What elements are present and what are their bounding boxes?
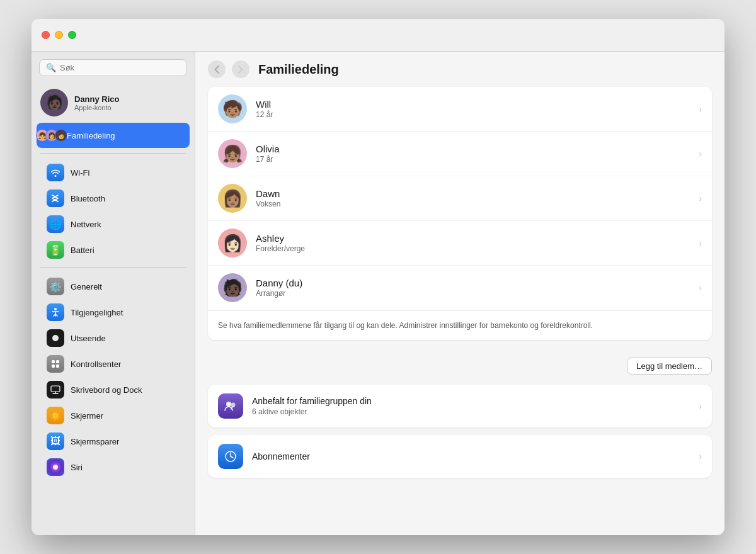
member-info-dawn: Dawn Voksen (256, 188, 690, 208)
info-text: Se hva familiemedlemmene får tilgang til… (208, 310, 712, 340)
accessibility-label: Tilgjengelighet (71, 308, 123, 317)
suggestion-row-subscriptions[interactable]: Abonnementer › (208, 435, 712, 478)
suggestion-icon-subscriptions (218, 444, 243, 469)
titlebar (32, 19, 724, 52)
sidebar-selected-label: Familiedeling (67, 131, 115, 140)
sidebar-item-accessibility[interactable]: Tilgjengelighet (37, 300, 190, 325)
page-title: Familiedeling (258, 62, 339, 77)
avatar-ashley: 👩🏻 (218, 229, 247, 257)
member-name-danny: Danny (du) (256, 278, 690, 288)
chevron-dawn: › (699, 193, 702, 203)
chevron-recommended: › (699, 401, 702, 411)
member-info-will: Will 12 år (256, 99, 690, 119)
search-input[interactable] (60, 63, 180, 72)
member-row-danny[interactable]: 🧑🏿 Danny (du) Arrangør › (208, 266, 712, 310)
siri-icon (47, 458, 64, 476)
sidebar-item-appearance[interactable]: Utseende (37, 325, 190, 351)
add-member-row: Legg til medlem… (208, 350, 712, 385)
app-window: 🔍 🧑🏿 Danny Rico Apple-konto 👧 👩 (32, 19, 724, 535)
avatar-will: 🧒🏽 (218, 94, 247, 123)
member-role-dawn: Voksen (256, 200, 690, 208)
sidebar: 🔍 🧑🏿 Danny Rico Apple-konto 👧 👩 (32, 52, 195, 535)
main-header: Familiedeling (195, 52, 724, 87)
svg-rect-3 (56, 360, 59, 363)
suggestion-row-recommended[interactable]: Anbefalt for familiegruppen din 6 aktive… (208, 385, 712, 427)
accessibility-icon (47, 303, 64, 321)
members-card: 🧒🏽 Will 12 år › 👧🏽 Olivia 17 år (208, 87, 712, 340)
sidebar-item-network[interactable]: 🌐 Nettverk (37, 212, 190, 237)
main-body: 🧒🏽 Will 12 år › 👧🏽 Olivia 17 år (195, 87, 724, 535)
suggestion-card-recommended: Anbefalt for familiegruppen din 6 aktive… (208, 385, 712, 427)
family-avatars: 👧 👩 🧑 (36, 129, 67, 142)
sidebar-section-system: ⚙️ Generelt Tilgjengelighet (32, 274, 195, 480)
chevron-subscriptions: › (699, 451, 702, 461)
sidebar-item-displays[interactable]: ☀️ Skjermer (37, 403, 190, 428)
search-box[interactable]: 🔍 (39, 59, 187, 76)
sidebar-item-wifi[interactable]: Wi-Fi (37, 160, 190, 185)
wifi-icon (47, 164, 64, 181)
chevron-will: › (699, 104, 702, 114)
member-name-ashley: Ashley (256, 233, 690, 244)
svg-rect-4 (52, 365, 55, 368)
controlcenter-label: Kontrollsenter (71, 359, 121, 369)
member-row-olivia[interactable]: 👧🏽 Olivia 17 år › (208, 132, 712, 176)
search-icon: 🔍 (46, 63, 56, 72)
battery-label: Batteri (71, 246, 94, 255)
svg-point-11 (226, 402, 231, 407)
divider-2 (40, 267, 186, 268)
network-icon: 🌐 (47, 215, 64, 233)
member-role-olivia: 17 år (256, 155, 690, 164)
member-row-dawn[interactable]: 👩🏽 Dawn Voksen › (208, 176, 712, 221)
sidebar-item-desktop[interactable]: Skrivebord og Dock (37, 377, 190, 402)
appearance-label: Utseende (71, 334, 106, 343)
member-row-ashley[interactable]: 👩🏻 Ashley Forelder/verge › (208, 221, 712, 266)
sidebar-item-screensaver[interactable]: 🖼 Skjermsparer (37, 429, 190, 454)
appearance-icon (47, 329, 64, 347)
avatar-olivia: 👧🏽 (218, 139, 247, 168)
sidebar-item-bluetooth[interactable]: Bluetooth (37, 186, 190, 211)
member-role-danny: Arrangør (256, 289, 690, 298)
suggestion-sub-recommended: 6 aktive objekter (252, 407, 690, 416)
svg-point-0 (54, 308, 57, 310)
member-info-ashley: Ashley Forelder/verge (256, 233, 690, 253)
bluetooth-icon (47, 189, 64, 207)
maximize-button[interactable] (68, 31, 76, 39)
member-row-will[interactable]: 🧒🏽 Will 12 år › (208, 87, 712, 132)
sidebar-item-general[interactable]: ⚙️ Generelt (37, 274, 190, 299)
sidebar-item-battery[interactable]: 🔋 Batteri (37, 237, 190, 263)
sidebar-item-controlcenter[interactable]: Kontrollsenter (37, 351, 190, 376)
suggestion-card-subscriptions: Abonnementer › (208, 435, 712, 478)
avatar: 🧑🏿 (40, 89, 68, 116)
suggestion-icon-recommended (218, 393, 243, 419)
svg-point-1 (52, 335, 59, 341)
sidebar-item-familiedeling[interactable]: 👧 👩 🧑 Familiedeling (37, 123, 190, 148)
general-label: Generelt (71, 282, 102, 291)
sidebar-section-network: Wi-Fi Bluetooth 🌐 Nettverk 🔋 Ba (32, 160, 195, 263)
member-role-will: 12 år (256, 110, 690, 119)
member-info-danny: Danny (du) Arrangør (256, 278, 690, 298)
user-subtitle: Apple-konto (74, 104, 120, 111)
user-profile[interactable]: 🧑🏿 Danny Rico Apple-konto (32, 85, 195, 123)
close-button[interactable] (42, 31, 50, 39)
divider-1 (40, 153, 186, 154)
suggestion-title-recommended: Anbefalt for familiegruppen din (252, 396, 690, 406)
user-info: Danny Rico Apple-konto (74, 94, 120, 111)
screensaver-label: Skjermsparer (71, 437, 119, 446)
chevron-danny: › (699, 283, 702, 293)
screensaver-icon: 🖼 (47, 432, 64, 450)
svg-point-10 (54, 466, 57, 468)
add-member-button[interactable]: Legg til medlem… (627, 358, 712, 375)
general-icon: ⚙️ (47, 278, 64, 295)
member-name-will: Will (256, 99, 690, 110)
main-content: Familiedeling 🧒🏽 Will 12 år › (195, 52, 724, 535)
sidebar-item-siri[interactable]: Siri (37, 455, 190, 480)
member-info-olivia: Olivia 17 år (256, 144, 690, 164)
minimize-button[interactable] (55, 31, 63, 39)
back-button[interactable] (208, 60, 226, 78)
wifi-label: Wi-Fi (71, 168, 89, 178)
member-role-ashley: Forelder/verge (256, 244, 690, 253)
forward-button[interactable] (232, 60, 249, 78)
suggestion-info-recommended: Anbefalt for familiegruppen din 6 aktive… (252, 396, 690, 416)
chevron-olivia: › (699, 149, 702, 159)
displays-icon: ☀️ (47, 407, 64, 424)
